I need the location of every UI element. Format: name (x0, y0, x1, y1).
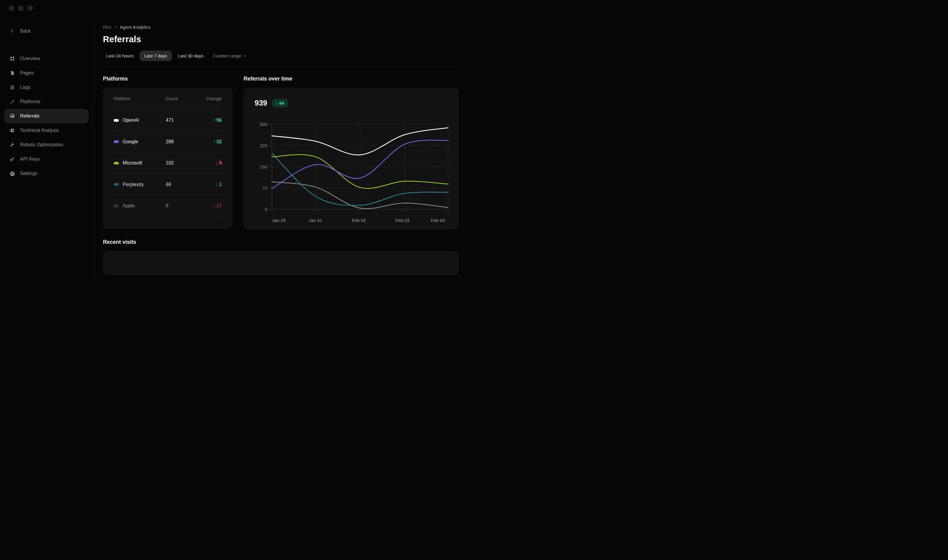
google-logo-icon (114, 140, 119, 143)
svg-text:150: 150 (260, 164, 267, 169)
time-filter-label: Custom range (213, 53, 241, 58)
svg-text:75: 75 (262, 185, 267, 191)
sidebar-item-label: Platforms (20, 99, 40, 105)
change-value: 32 (216, 139, 222, 145)
platform-name: Microsoft (123, 160, 142, 166)
window-controls (9, 5, 33, 11)
sidebar-item-settings[interactable]: Settings (4, 166, 89, 181)
platform-count: 3 (166, 225, 193, 229)
svg-text:Jan 29: Jan 29 (272, 218, 285, 223)
platform-name: Bytedance (123, 225, 145, 229)
sidebar-item-logs[interactable]: Logs (4, 80, 89, 95)
column-header-change: Change (193, 96, 222, 101)
platform-row-google: Google 289 ↑ 32 (114, 131, 222, 153)
platform-change: ↑ 1 (193, 225, 222, 229)
up-arrow-icon: ↑ (216, 225, 218, 229)
sidebar-item-label: Referrals (20, 113, 40, 119)
up-arrow-icon: ↑ (213, 139, 215, 145)
breadcrumb: Rho Agent Analytics (103, 25, 459, 29)
up-arrow-icon: ↑ (213, 118, 215, 123)
platforms-table-header: Platform Count Change (114, 88, 222, 110)
sidebar-item-pages[interactable]: Pages (4, 66, 89, 80)
microsoft-logo-icon (114, 162, 119, 165)
platform-change: ↑ 1 (193, 182, 222, 187)
svg-text:225: 225 (260, 143, 267, 148)
platform-row-bytedance: Bytedance 3 ↑ 1 (114, 217, 222, 229)
back-label: Back (20, 28, 31, 34)
chart-heading: Referrals over time (243, 76, 459, 82)
platform-row-apple: Apple 8 ↓ 17 (114, 195, 222, 217)
referrals-line-chart: 075150225500Jan 29Jan 31Feb 02Feb 03Feb … (243, 88, 459, 229)
window-titlebar (0, 0, 474, 17)
sidebar-item-label: Overview (20, 56, 40, 62)
chevron-down-icon (243, 54, 246, 57)
platform-row-openai: OpenAI 471 ↑ 56 (114, 110, 222, 131)
window-control-minimize-icon[interactable] (18, 5, 24, 11)
svg-text:Feb 03: Feb 03 (395, 218, 409, 223)
sidebar-item-platforms[interactable]: Platforms (4, 95, 89, 109)
sidebar-item-robots-optimization[interactable]: Robots Optimization (4, 138, 89, 152)
breadcrumb-root[interactable]: Rho (103, 25, 111, 29)
chevron-right-icon (114, 25, 117, 29)
divider (103, 66, 459, 66)
sidebar-item-label: Pages (20, 70, 34, 76)
change-value: 9 (219, 160, 222, 166)
column-header-platform: Platform (114, 96, 166, 101)
platform-count: 102 (166, 160, 193, 166)
time-filter-last-7-days[interactable]: Last 7 days (140, 51, 172, 61)
platforms-heading: Platforms (103, 76, 232, 82)
sidebar-item-api-keys[interactable]: API Keys (4, 152, 89, 166)
platform-count: 66 (166, 182, 193, 187)
chevron-left-icon (9, 28, 15, 34)
grid-icon (9, 56, 15, 62)
sidebar-item-label: Settings (20, 171, 37, 176)
time-filter-custom-range[interactable]: Custom range (210, 51, 249, 61)
sidebar-item-label: API Keys (20, 157, 40, 162)
platform-row-perplexity: Perplexity 66 ↑ 1 (114, 174, 222, 195)
sidebar-item-label: Technical Analysis (20, 128, 59, 133)
column-header-count: Count (166, 96, 193, 101)
svg-text:0: 0 (265, 207, 267, 212)
referrals-chart-card: 939 ↑ 64 075150225500Jan 29Jan 31Feb 02F… (243, 88, 459, 229)
sidebar: Back Overview Pages Logs Platforms Refer… (0, 17, 93, 280)
time-filter-last-30-days[interactable]: Last 30 days (175, 51, 207, 61)
svg-text:500: 500 (260, 122, 267, 127)
total-referrals-value: 939 (255, 99, 267, 108)
platform-count: 8 (166, 203, 193, 209)
main-content: Rho Agent Analytics Referrals Last 24 ho… (93, 17, 474, 280)
openai-logo-icon (114, 119, 119, 122)
window-control-close-icon[interactable] (9, 5, 14, 11)
gear-icon (9, 171, 15, 176)
platform-name: Apple (123, 203, 135, 209)
platform-name: Perplexity (123, 182, 144, 187)
list-icon (9, 85, 15, 90)
platform-name: Google (123, 139, 138, 145)
platform-row-microsoft: Microsoft 102 ↓ 9 (114, 152, 222, 174)
time-filter-label: Last 30 days (178, 53, 203, 58)
page-title: Referrals (103, 34, 459, 44)
breadcrumb-current[interactable]: Agent Analytics (120, 25, 151, 29)
platform-count: 289 (166, 139, 193, 145)
delta-value: 64 (279, 100, 284, 106)
down-arrow-icon: ↓ (213, 203, 215, 209)
sidebar-item-referrals[interactable]: Referrals (4, 109, 89, 123)
sidebar-item-technical-analysis[interactable]: Technical Analysis (4, 123, 89, 138)
wrench-icon (9, 142, 15, 148)
up-arrow-icon: ↑ (216, 182, 218, 187)
down-arrow-icon: ↓ (216, 160, 218, 166)
platform-name: OpenAI (123, 118, 139, 123)
back-button[interactable]: Back (4, 24, 89, 38)
time-filter-last-24-hours[interactable]: Last 24 hours (103, 51, 137, 61)
window-control-maximize-icon[interactable] (27, 5, 33, 11)
sidebar-item-overview[interactable]: Overview (4, 51, 89, 66)
bytedance-logo-icon (114, 226, 119, 229)
recent-visits-heading: Recent visits (103, 239, 459, 245)
platforms-card: Platform Count Change OpenAI 471 ↑ 56 Go… (103, 88, 232, 229)
svg-text:Feb 02: Feb 02 (352, 218, 366, 223)
apple-logo-icon (114, 205, 119, 207)
time-range-tabs: Last 24 hoursLast 7 daysLast 30 daysCust… (103, 51, 459, 61)
change-value: 17 (216, 203, 222, 209)
svg-text:Jan 31: Jan 31 (309, 218, 322, 223)
platform-change: ↓ 17 (193, 203, 222, 209)
svg-text:Feb 04: Feb 04 (431, 218, 445, 223)
